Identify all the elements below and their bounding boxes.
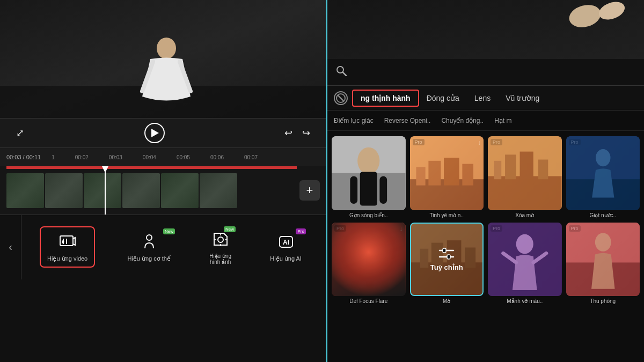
svg-rect-49 xyxy=(447,255,450,259)
selected-overlay: Tuỳ chỉnh xyxy=(411,224,483,295)
search-bar xyxy=(327,59,644,86)
effect-def-focus-flare[interactable]: Pro ↓ Def Focus Flare xyxy=(332,223,406,305)
svg-rect-31 xyxy=(494,161,501,179)
tool-hieu-ung-hinh-anh[interactable]: New Hiệu ứnghình ảnh xyxy=(203,225,238,269)
svg-point-6 xyxy=(218,237,223,242)
effect-mo[interactable]: Tuỳ chỉnh Mờ xyxy=(410,223,484,305)
mark-6: 00:06 xyxy=(210,154,224,160)
effect-giot-nuoc[interactable]: Pro Giọt nước.. xyxy=(566,136,640,218)
play-icon xyxy=(151,129,159,137)
controls-bar: ⤢ ↩ ↪ xyxy=(0,118,326,147)
effect-name-giot-nuoc: Giọt nước.. xyxy=(566,212,640,218)
tab-lens[interactable]: Lens xyxy=(467,91,498,106)
timeline-header: 00:03 / 00:11 1 00:02 00:03 00:04 00:05 … xyxy=(0,147,326,166)
mark-2: 00:02 xyxy=(75,154,89,160)
svg-rect-34 xyxy=(538,160,548,180)
search-input[interactable] xyxy=(352,68,635,77)
effect-name-xoa-mo: Xóa mờ xyxy=(488,212,562,218)
effect-thumb-thu-phong: Pro xyxy=(566,223,640,297)
svg-point-3 xyxy=(157,38,176,59)
tool-hieu-ung-video[interactable]: Hiệu ứng video xyxy=(40,226,95,268)
time-label: 00:03 / 00:11 xyxy=(6,154,41,160)
svg-rect-27 xyxy=(444,158,459,186)
svg-rect-30 xyxy=(488,176,562,210)
search-icon xyxy=(336,65,347,79)
effects-grid: Gợn sóng biển.. Pro ↓ Tinh yê mờ n.. xyxy=(327,131,644,362)
effect-thumb-tinh-ye-mo-n: Pro ↓ xyxy=(410,136,484,210)
play-button[interactable] xyxy=(144,123,165,143)
strip-frame xyxy=(161,173,199,208)
sub-cat-chuyen-dong[interactable]: Chuyển động.. xyxy=(441,117,484,124)
settings-icon xyxy=(438,247,455,260)
no-filter-icon[interactable] xyxy=(334,91,348,105)
badge-pro-ai: Pro xyxy=(296,228,305,234)
hieu-ung-co-the-icon xyxy=(139,232,159,252)
badge-new-co-the: New xyxy=(163,228,175,234)
timeline-marks: 1 00:02 00:03 00:04 00:05 00:06 00:07 xyxy=(52,154,258,160)
svg-rect-20 xyxy=(360,172,377,205)
svg-text:AI: AI xyxy=(283,239,289,246)
strip-frame xyxy=(45,173,83,208)
effect-name-tinh-ye-mo-n: Tinh yê mờ n.. xyxy=(410,212,484,218)
svg-point-37 xyxy=(596,149,611,166)
svg-rect-22 xyxy=(379,176,387,204)
tool-items: Hiệu ứng video New Hiệu ứng cơ thể New xyxy=(21,225,326,269)
undo-button[interactable]: ↩ xyxy=(284,127,292,139)
effect-tinh-ye-mo-n[interactable]: Pro ↓ Tinh yê mờ n.. xyxy=(410,136,484,218)
sub-cat-hat-m[interactable]: Hạt m xyxy=(494,117,511,124)
svg-rect-28 xyxy=(462,164,473,186)
effect-manh-vo-mau[interactable]: Pro Mảnh vỡ màu.. xyxy=(488,223,562,305)
left-panel: ⤢ ↩ ↪ 00:03 / 00:11 1 00:02 00:03 00:04 … xyxy=(0,0,327,362)
expand-button[interactable]: ⤢ xyxy=(16,127,24,139)
effect-name-gon-song-bien: Gợn sóng biển.. xyxy=(332,212,406,218)
hieu-ung-video-icon xyxy=(57,232,78,252)
mark-4: 00:04 xyxy=(143,154,156,160)
sub-cat-reverse[interactable]: Reverse Openi.. xyxy=(384,117,431,124)
effect-name-mo: Mờ xyxy=(410,298,484,304)
effect-thumb-mo: Tuỳ chỉnh xyxy=(410,223,484,297)
svg-point-5 xyxy=(147,235,152,240)
timeline-track: + xyxy=(0,166,326,215)
hieu-ung-ai-label: Hiệu ứng AI xyxy=(270,255,302,262)
tool-hieu-ung-ai[interactable]: Pro AI Hiệu ứng AI xyxy=(264,227,308,267)
tab-trending[interactable]: ng thịnh hành xyxy=(352,90,419,107)
effect-thumb-manh-vo-mau: Pro xyxy=(488,223,562,297)
svg-point-51 xyxy=(516,234,533,254)
svg-rect-32 xyxy=(505,154,516,179)
mark-3: 00:03 xyxy=(109,154,122,160)
right-panel: ng thịnh hành Đóng cửa Lens Vũ trường Đi… xyxy=(327,0,644,362)
hieu-ung-ai-icon: AI xyxy=(276,232,296,252)
svg-point-56 xyxy=(595,233,611,251)
add-clip-button[interactable]: + xyxy=(299,180,320,201)
hieu-ung-video-label: Hiệu ứng video xyxy=(47,255,87,262)
effect-thumb-xoa-mo: Pro xyxy=(488,136,562,210)
back-button[interactable]: ‹ xyxy=(0,215,21,279)
sub-categories: Điểm lục giác Reverse Openi.. Chuyển độn… xyxy=(327,110,644,131)
sub-cat-diem-luc-giac[interactable]: Điểm lục giác xyxy=(334,117,374,124)
svg-point-19 xyxy=(357,147,379,174)
category-tabs: ng thịnh hành Đóng cửa Lens Vũ trường xyxy=(327,86,644,110)
tab-vu-truong[interactable]: Vũ trường xyxy=(498,91,547,106)
mark-1: 1 xyxy=(52,154,55,160)
effect-name-manh-vo-mau: Mảnh vỡ màu.. xyxy=(488,298,562,304)
hieu-ung-hinh-anh-icon xyxy=(210,230,231,250)
svg-rect-33 xyxy=(520,152,533,180)
effect-gon-song-bien[interactable]: Gợn sóng biển.. xyxy=(332,136,406,218)
badge-new-hinh-anh: New xyxy=(224,226,236,232)
effect-name-thu-phong: Thu phóng xyxy=(566,298,640,304)
effect-name-def-focus-flare: Def Focus Flare xyxy=(332,298,406,304)
strip-frame xyxy=(200,173,237,208)
right-top-preview xyxy=(327,0,644,59)
svg-line-14 xyxy=(343,72,346,76)
svg-rect-25 xyxy=(416,167,425,185)
tab-dong-cua[interactable]: Đóng cửa xyxy=(419,91,467,106)
redo-button[interactable]: ↪ xyxy=(302,127,310,139)
effect-thumb-def-focus-flare: Pro ↓ xyxy=(332,223,406,297)
effect-thu-phong[interactable]: Pro Thu phóng xyxy=(566,223,640,305)
strip-frame xyxy=(6,173,44,208)
effect-xoa-mo[interactable]: Pro Xóa mờ xyxy=(488,136,562,218)
mark-5: 00:05 xyxy=(177,154,190,160)
strip-frame xyxy=(84,173,121,208)
tool-hieu-ung-co-the[interactable]: New Hiệu ứng cơ thể xyxy=(121,227,177,267)
svg-rect-26 xyxy=(428,161,441,186)
